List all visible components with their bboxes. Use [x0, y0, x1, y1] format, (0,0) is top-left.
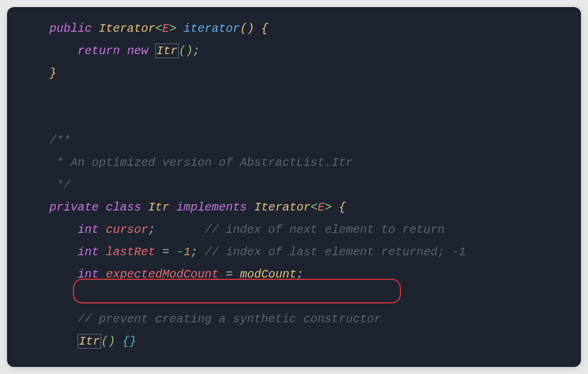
- field-lastret: lastRet: [106, 245, 155, 259]
- comment: // index of last element returned; -1: [205, 245, 466, 259]
- comment-line: * An optimized version of AbstractList.I…: [49, 152, 581, 174]
- comment-line: // prevent creating a synthetic construc…: [49, 308, 581, 330]
- braces: {}: [122, 335, 136, 348]
- angle-open: <: [155, 22, 162, 35]
- keyword-class: class: [106, 201, 141, 214]
- equals: =: [226, 268, 233, 281]
- angle-close: >: [169, 22, 176, 35]
- type-itr-boxed: Itr: [155, 44, 179, 58]
- blank-line: [49, 107, 581, 129]
- code-line: int lastRet = -1; // index of last eleme…: [49, 241, 581, 263]
- brace-open: {: [339, 201, 346, 214]
- number: 1: [183, 245, 191, 259]
- code-line: }: [49, 62, 581, 85]
- comment-body: * An optimized version of AbstractList.I…: [49, 156, 353, 169]
- semicolon: ;: [193, 44, 200, 58]
- type-param: E: [318, 201, 325, 214]
- code-line-highlighted: int expectedModCount = modCount;: [49, 263, 581, 286]
- parens: (): [179, 44, 193, 58]
- semicolon: ;: [191, 245, 198, 259]
- keyword-new: new: [127, 44, 148, 58]
- blank-line: [49, 286, 581, 308]
- parens: (): [101, 335, 115, 348]
- blank-line: [49, 85, 581, 107]
- comment: // index of next element to return: [205, 223, 445, 236]
- keyword-private: private: [49, 201, 99, 214]
- field-expectedmodcount: expectedModCount: [106, 268, 219, 281]
- type-itr: Itr: [148, 201, 169, 214]
- constructor-itr-boxed: Itr: [78, 334, 101, 349]
- comment-line: */: [49, 174, 581, 196]
- keyword-int: int: [78, 223, 99, 236]
- identifier-modcount: modCount: [240, 268, 296, 281]
- angle-open: <: [310, 201, 318, 214]
- type-iterator: Iterator: [254, 201, 310, 214]
- semicolon: ;: [148, 223, 155, 236]
- code-line: int cursor; // index of next element to …: [49, 219, 581, 241]
- keyword-int: int: [78, 268, 99, 281]
- comment-end: */: [49, 178, 71, 192]
- angle-close: >: [325, 201, 332, 214]
- keyword-int: int: [78, 245, 99, 259]
- type-param: E: [162, 22, 169, 35]
- keyword-return: return: [78, 44, 120, 58]
- equals: =: [162, 245, 169, 259]
- keyword-implements: implements: [176, 201, 247, 214]
- minus: -: [176, 245, 183, 259]
- comment: // prevent creating a synthetic construc…: [78, 312, 381, 326]
- code-line: private class Itr implements Iterator<E>…: [49, 196, 581, 219]
- comment-line: /**: [49, 129, 581, 152]
- parens: (): [240, 22, 254, 35]
- code-line: public Iterator<E> iterator() {: [49, 18, 581, 40]
- code-editor: public Iterator<E> iterator() { return n…: [7, 7, 581, 367]
- keyword-public: public: [49, 22, 92, 35]
- code-line: Itr() {}: [49, 330, 581, 353]
- method-name: iterator: [183, 22, 240, 35]
- field-cursor: cursor: [106, 223, 148, 236]
- brace-open: {: [261, 22, 268, 35]
- code-area[interactable]: public Iterator<E> iterator() { return n…: [7, 18, 581, 353]
- type-iterator: Iterator: [99, 22, 155, 35]
- comment-start: /**: [49, 133, 71, 147]
- code-line: return new Itr();: [49, 40, 581, 62]
- semicolon: ;: [296, 268, 303, 281]
- brace-close: }: [49, 66, 56, 80]
